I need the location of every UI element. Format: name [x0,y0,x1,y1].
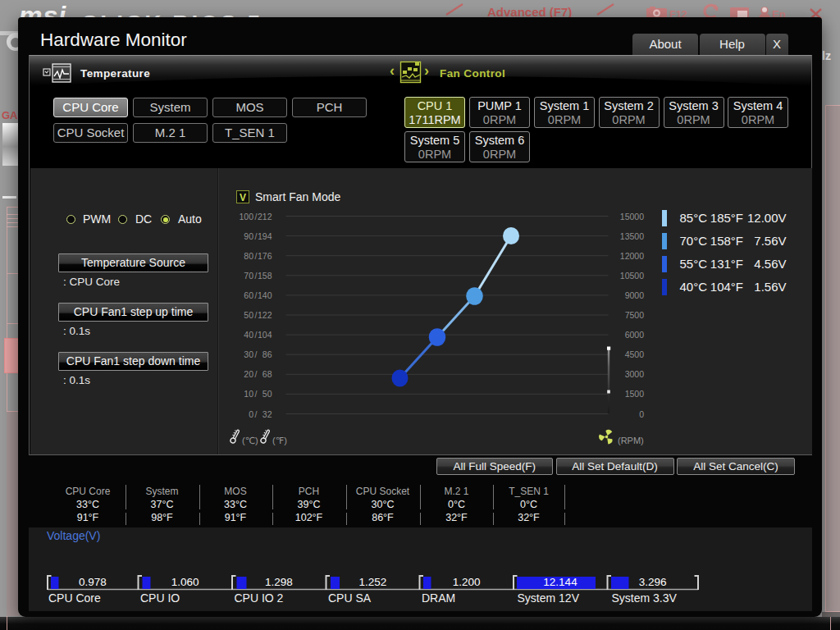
svg-text:9000: 9000 [625,290,645,300]
svg-text:50: 50 [262,389,272,399]
svg-text:194: 194 [258,231,272,241]
svg-text:(℃): (℃) [242,436,258,445]
svg-text:158: 158 [258,271,272,281]
svg-text:/: / [255,369,258,379]
svg-text:40: 40 [244,330,253,340]
svg-text:3000: 3000 [625,369,645,379]
svg-text:122: 122 [258,310,272,320]
svg-text:4500: 4500 [625,349,645,359]
svg-text:140: 140 [258,290,272,300]
svg-text:/: / [255,389,258,399]
svg-text:0: 0 [639,409,644,419]
svg-text:0.978: 0.978 [79,576,107,588]
svg-text:(℉): (℉) [272,436,287,445]
svg-text:50: 50 [244,310,253,320]
svg-text:70: 70 [244,271,253,281]
svg-text:90: 90 [244,231,253,241]
svg-text:3.296: 3.296 [639,576,667,588]
svg-text:0: 0 [249,409,253,419]
svg-text:20: 20 [244,369,253,379]
svg-text:1.200: 1.200 [453,576,481,588]
svg-text:12.144: 12.144 [543,576,578,588]
svg-text:68: 68 [262,369,272,379]
svg-text:86: 86 [262,349,272,359]
svg-text:100: 100 [239,212,253,221]
svg-text:30: 30 [244,349,253,359]
svg-text:32: 32 [262,409,272,419]
svg-text:10500: 10500 [620,271,644,281]
svg-text:12000: 12000 [620,251,644,261]
svg-text:1.060: 1.060 [171,576,199,588]
svg-text:1.298: 1.298 [265,576,293,588]
svg-text:13500: 13500 [620,231,644,241]
svg-text:176: 176 [258,251,272,261]
svg-text:10: 10 [244,389,253,399]
svg-text:80: 80 [244,251,253,261]
svg-text:(RPM): (RPM) [618,436,644,445]
svg-text:/: / [255,349,258,359]
svg-text:1.252: 1.252 [359,576,387,588]
svg-text:7500: 7500 [625,310,645,320]
svg-text:60: 60 [244,290,253,300]
svg-text:6000: 6000 [625,330,645,340]
svg-text:212: 212 [258,212,272,221]
svg-text:15000: 15000 [620,212,644,221]
svg-text:/: / [255,409,258,419]
svg-text:1500: 1500 [625,389,645,399]
svg-text:104: 104 [258,330,272,340]
